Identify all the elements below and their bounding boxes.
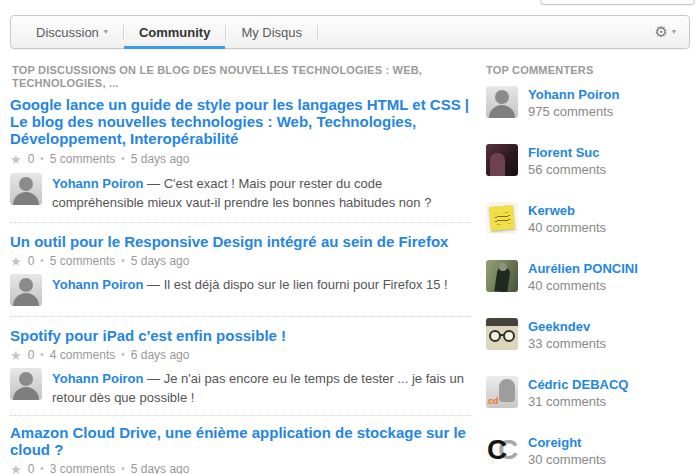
discussion-age: 5 days ago	[131, 152, 190, 166]
commenter-name-link[interactable]: Coreight	[528, 435, 606, 451]
latest-comment: Yohann Poiron — Je n'ai pas encore eu le…	[10, 368, 472, 407]
commenter-name-link[interactable]: Kerweb	[528, 203, 606, 219]
avatar[interactable]: CC	[486, 434, 518, 466]
discussions-header: TOP DISCUSSIONS ON LE BLOG DES NOUVELLES…	[12, 64, 462, 90]
commenters-header: TOP COMMENTERS	[486, 64, 696, 77]
avatar[interactable]	[10, 274, 42, 306]
disqus-community-widget: Discussion ▾ Community My Disqus ⚙ ▾ TOP…	[0, 0, 700, 474]
avatar-badge: cd	[488, 397, 499, 406]
commenter-name-link[interactable]: Geekndev	[528, 319, 606, 335]
commenter-name-link[interactable]: Aurélien PONCINI	[528, 261, 638, 277]
commenter-count: 975 comments	[528, 103, 619, 121]
tab-my-disqus[interactable]: My Disqus	[226, 16, 317, 48]
comment-author-link[interactable]: Yohann Poiron	[52, 176, 143, 191]
tab-community-label: Community	[139, 25, 211, 40]
bullet-separator: •	[40, 154, 44, 164]
avatar[interactable]	[10, 368, 42, 400]
avatar[interactable]	[486, 260, 518, 292]
avatar[interactable]	[10, 173, 42, 205]
bullet-separator: •	[121, 350, 125, 360]
comment-count: 4 comments	[50, 348, 115, 362]
dotted-divider	[10, 316, 472, 317]
commenter-name-link[interactable]: Florent Suc	[528, 145, 606, 161]
star-count: 0	[28, 462, 35, 474]
tab-community[interactable]: Community	[124, 16, 226, 48]
commenter-item: CC Coreight 30 comments	[486, 434, 696, 469]
avatar[interactable]	[486, 86, 518, 118]
star-count: 0	[28, 348, 35, 362]
bullet-separator: •	[40, 256, 44, 266]
comment-count: 5 comments	[50, 152, 115, 166]
top-commenters-column: TOP COMMENTERS Yohann Poiron 975 comment…	[486, 60, 696, 474]
tab-separator	[317, 25, 318, 40]
commenter-count: 31 comments	[528, 393, 628, 411]
discussion-age: 5 days ago	[131, 462, 190, 474]
tab-discussion[interactable]: Discussion ▾	[21, 16, 123, 48]
commenter-item: cd Cédric DEBACQ 31 comments	[486, 376, 696, 411]
avatar[interactable]	[486, 318, 518, 350]
star-icon: ★	[10, 255, 22, 268]
discussion-meta: ★ 0 • 4 comments • 6 days ago	[10, 348, 472, 362]
bullet-separator: •	[121, 464, 125, 474]
star-icon: ★	[10, 349, 22, 362]
comment-count: 5 comments	[50, 254, 115, 268]
discussion-age: 6 days ago	[131, 348, 190, 362]
discussion-meta: ★ 0 • 5 comments • 5 days ago	[10, 152, 472, 166]
discussion-item: Spotify pour iPad c'est enfin possible !…	[10, 327, 472, 407]
star-count: 0	[28, 254, 35, 268]
avatar-logo-letter: C	[487, 435, 507, 465]
dotted-divider	[10, 222, 472, 223]
discussion-meta: ★ 0 • 5 comments • 5 days ago	[10, 254, 472, 268]
commenter-count: 33 comments	[528, 335, 606, 353]
discussions-column: TOP DISCUSSIONS ON LE BLOG DES NOUVELLES…	[10, 60, 472, 474]
discussion-title-link[interactable]: Un outil pour le Responsive Design intég…	[10, 233, 472, 250]
bullet-separator: •	[40, 464, 44, 474]
avatar[interactable]: cd	[486, 376, 518, 408]
avatar[interactable]	[486, 144, 518, 176]
discussion-title-link[interactable]: Spotify pour iPad c'est enfin possible !	[10, 327, 472, 344]
star-count: 0	[28, 152, 35, 166]
discussion-title-link[interactable]: Google lance un guide de style pour les …	[10, 96, 472, 147]
tab-bar: Discussion ▾ Community My Disqus ⚙ ▾	[10, 15, 690, 49]
discussion-item: Amazon Cloud Drive, une énième applicati…	[10, 424, 472, 474]
discussion-title-link[interactable]: Amazon Cloud Drive, une énième applicati…	[10, 424, 472, 458]
commenter-item: Geekndev 33 comments	[486, 318, 696, 353]
commenter-name-link[interactable]: Cédric DEBACQ	[528, 377, 628, 393]
commenter-item: Aurélien PONCINI 40 comments	[486, 260, 696, 295]
comment-text: — Il est déjà dispo sur le lien fourni p…	[147, 277, 448, 292]
commenter-item: Florent Suc 56 comments	[486, 144, 696, 179]
discussion-item: Un outil pour le Responsive Design intég…	[10, 233, 472, 306]
discussion-age: 5 days ago	[131, 254, 190, 268]
star-icon: ★	[10, 463, 22, 474]
commenter-count: 40 comments	[528, 277, 638, 295]
bullet-separator: •	[121, 154, 125, 164]
tab-my-disqus-label: My Disqus	[241, 25, 302, 40]
tab-discussion-label: Discussion	[36, 25, 99, 40]
commenter-item: Yohann Poiron 975 comments	[486, 86, 696, 121]
chevron-down-icon: ▾	[672, 28, 676, 36]
discussion-meta: ★ 0 • 3 comments • 5 days ago	[10, 462, 472, 474]
gear-icon: ⚙	[655, 25, 668, 40]
bullet-separator: •	[121, 256, 125, 266]
bullet-separator: •	[40, 350, 44, 360]
latest-comment: Yohann Poiron — Il est déjà dispo sur le…	[10, 274, 472, 306]
commenter-count: 56 comments	[528, 161, 606, 179]
dotted-divider	[10, 415, 472, 416]
comment-count: 3 comments	[50, 462, 115, 474]
comment-author-link[interactable]: Yohann Poiron	[52, 371, 143, 386]
settings-button[interactable]: ⚙ ▾	[655, 25, 676, 40]
star-icon: ★	[10, 153, 22, 166]
chevron-down-icon: ▾	[104, 28, 108, 36]
latest-comment: Yohann Poiron — C'est exact ! Mais pour …	[10, 173, 472, 212]
commenter-item: Kerweb 40 comments	[486, 202, 696, 237]
partial-toolbar-remnant	[540, 0, 695, 5]
avatar[interactable]	[486, 202, 518, 234]
commenter-name-link[interactable]: Yohann Poiron	[528, 87, 619, 103]
commenter-count: 40 comments	[528, 219, 606, 237]
comment-author-link[interactable]: Yohann Poiron	[52, 277, 143, 292]
commenter-count: 30 comments	[528, 451, 606, 469]
discussion-item: Google lance un guide de style pour les …	[10, 96, 472, 212]
